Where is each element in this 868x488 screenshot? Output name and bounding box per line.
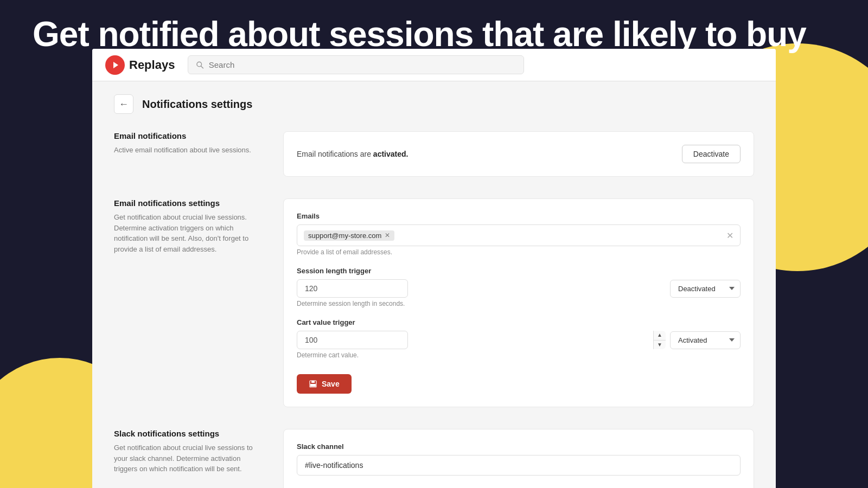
email-tag: support@my-store.com ✕ — [304, 230, 394, 241]
slack-settings-section: Slack notifications settings Get notific… — [114, 429, 754, 488]
email-notifications-label: Email notifications Active email notific… — [114, 131, 266, 177]
deactivate-button[interactable]: Deactivate — [682, 145, 741, 163]
email-notification-row: Email notifications are activated. Deact… — [297, 145, 741, 163]
save-button[interactable]: Save — [297, 374, 352, 394]
session-length-form-group: Session length trigger Deactivated Activ… — [297, 267, 741, 307]
cart-value-hint: Determine cart value. — [297, 351, 741, 359]
session-length-input[interactable] — [297, 279, 408, 298]
email-settings-title: Email notifications settings — [114, 198, 266, 208]
email-settings-label: Email notifications settings Get notific… — [114, 198, 266, 407]
cart-value-form-group: Cart value trigger ▲ ▼ Deactivated Activ… — [297, 318, 741, 359]
emails-input-container[interactable]: support@my-store.com ✕ ✕ — [297, 224, 741, 246]
emails-hint: Provide a list of email addresses. — [297, 248, 741, 256]
svg-rect-4 — [311, 381, 315, 383]
svg-marker-0 — [113, 62, 118, 68]
email-tags-area: support@my-store.com ✕ — [304, 230, 394, 241]
session-length-trigger-row: Deactivated Activated — [297, 279, 741, 298]
search-icon — [196, 61, 204, 69]
email-settings-card: Emails support@my-store.com ✕ ✕ Provide … — [283, 198, 754, 407]
clear-emails-button[interactable]: ✕ — [726, 230, 733, 241]
back-button[interactable]: ← — [114, 94, 133, 114]
page-title: Notifications settings — [142, 98, 252, 111]
cart-value-trigger-row: ▲ ▼ Deactivated Activated — [297, 331, 741, 349]
email-notifications-title: Email notifications — [114, 131, 266, 140]
emails-label: Emails — [297, 212, 741, 220]
email-notifications-description: Active email notification about live ses… — [114, 145, 266, 156]
logo[interactable]: Replays — [105, 55, 175, 75]
cart-value-decrement[interactable]: ▼ — [654, 341, 666, 350]
cart-value-select[interactable]: Deactivated Activated — [670, 331, 741, 349]
emails-form-group: Emails support@my-store.com ✕ ✕ Provide … — [297, 212, 741, 256]
svg-rect-5 — [310, 384, 316, 387]
slack-settings-label: Slack notifications settings Get notific… — [114, 429, 266, 488]
slack-settings-description: Get notification about crucial live sess… — [114, 442, 266, 474]
email-settings-section: Email notifications settings Get notific… — [114, 198, 754, 407]
email-settings-description: Get notification about crucial live sess… — [114, 212, 266, 254]
cart-value-input-wrapper: ▲ ▼ — [297, 331, 666, 349]
slack-channel-input[interactable] — [297, 455, 741, 476]
slack-settings-title: Slack notifications settings — [114, 429, 266, 438]
slack-channel-form-group: Slack channel — [297, 442, 741, 476]
headline-text: Get notified about sessions that are lik… — [33, 15, 835, 53]
email-notifications-card: Email notifications are activated. Deact… — [283, 131, 754, 177]
svg-line-2 — [201, 66, 203, 68]
session-length-hint: Determine session length in seconds. — [297, 300, 741, 307]
app-content: ← Notifications settings Email notificat… — [92, 81, 776, 488]
save-icon — [309, 380, 317, 388]
cart-value-label: Cart value trigger — [297, 318, 741, 326]
session-length-input-wrapper — [297, 279, 666, 298]
slack-settings-card: Slack channel Session length trigger — [283, 429, 754, 488]
search-bar — [188, 55, 524, 74]
cart-value-spinners: ▲ ▼ — [653, 331, 666, 349]
email-tag-remove[interactable]: ✕ — [385, 232, 390, 239]
cart-value-increment[interactable]: ▲ — [654, 331, 666, 341]
app-header: Replays — [92, 49, 776, 81]
logo-icon — [105, 55, 125, 75]
cart-value-input[interactable] — [297, 331, 408, 349]
page-header: ← Notifications settings — [114, 94, 754, 114]
slack-channel-label: Slack channel — [297, 442, 741, 451]
email-notifications-section: Email notifications Active email notific… — [114, 131, 754, 177]
notification-status: Email notifications are activated. — [297, 150, 408, 158]
session-length-label: Session length trigger — [297, 267, 741, 275]
search-input[interactable] — [209, 60, 516, 69]
logo-text: Replays — [129, 58, 175, 72]
session-length-select[interactable]: Deactivated Activated — [670, 280, 741, 298]
app-container: Replays ← Notifications settings Email n… — [92, 49, 776, 488]
